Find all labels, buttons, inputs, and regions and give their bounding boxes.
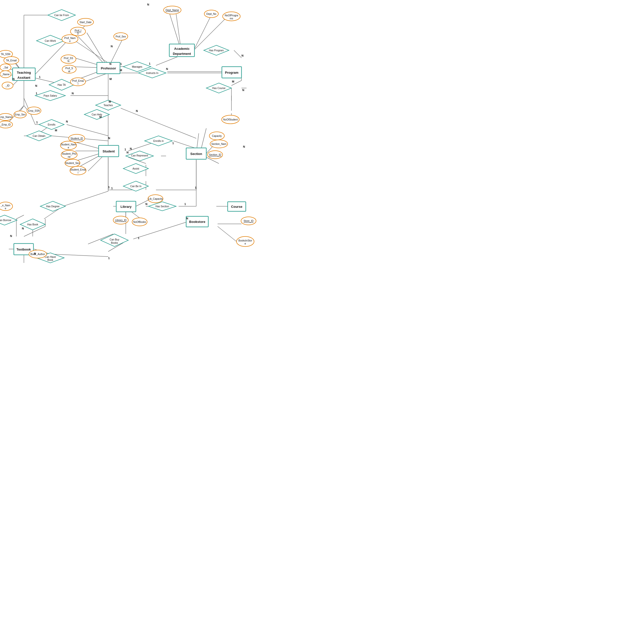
entity-program: Program: [222, 67, 241, 78]
card-n-canbuy-bookstore: N: [186, 217, 188, 220]
entity-student: Student: [99, 145, 119, 157]
entity-academic-department: Academic Department: [169, 44, 194, 57]
svg-text:TA_Email: TA_Email: [6, 59, 17, 62]
relationship-can-borrow: Can Borrow: [0, 215, 17, 225]
relationship-can-be-from: Can be From: [48, 10, 75, 21]
card-1-canrepresent-b: 1: [125, 148, 126, 151]
svg-text:e: e: [5, 207, 6, 210]
svg-text:Book_Author: Book_Author: [30, 253, 45, 256]
relationship-can-obtain: Can Obtain: [26, 131, 52, 141]
svg-text:Can Borrow: Can Borrow: [0, 219, 11, 222]
attr-dept-no: Dept_No: [204, 10, 218, 18]
attr-ta-misc: _ID: [2, 82, 13, 89]
svg-text:Emp_SSN: Emp_SSN: [28, 109, 40, 112]
relationship-enrolls-in: Enrolls in: [145, 136, 172, 146]
card-m-canhelp: M: [99, 115, 102, 118]
svg-text:Prof_Nam: Prof_Nam: [64, 37, 75, 39]
svg-text:Academic: Academic: [174, 47, 189, 51]
svg-text:Student_Emai: Student_Emai: [70, 168, 86, 171]
relationship-can-work: Can Work: [36, 35, 64, 46]
card-n-hassection2: N: [145, 203, 147, 206]
svg-text:Teaching: Teaching: [17, 71, 31, 74]
entity-teaching-assistant: Teaching Assitant: [13, 68, 35, 81]
svg-text:Can Have: Can Have: [45, 256, 56, 258]
card-n-ta-hasta: N: [35, 84, 37, 87]
svg-text:Dept_No: Dept_No: [206, 13, 216, 15]
svg-text:Start_Date: Start_Date: [79, 21, 92, 24]
entity-library: Library: [116, 201, 136, 212]
card-m-hascourse: M: [232, 80, 234, 83]
attr-student-phone: Student_Pho ne: [61, 150, 77, 159]
svg-text:al: al: [68, 70, 70, 73]
svg-text:l: l: [78, 171, 78, 174]
svg-line-41: [121, 108, 196, 138]
card-1-canbe-sec: 1: [195, 186, 196, 189]
attr-books-in-store: BooksInStor e: [236, 236, 254, 247]
relationship-enrolls: Enrolls: [39, 119, 64, 130]
svg-text:Library: Library: [120, 205, 132, 209]
svg-text:Student_Sex: Student_Sex: [65, 162, 79, 165]
svg-text:Assist: Assist: [133, 167, 139, 170]
relationship-has-section: Has Section: [148, 202, 176, 211]
attr-student-name: Student_Nam e: [60, 141, 76, 150]
card-n-canrepresent: N: [127, 151, 129, 154]
entity-bookstore: Bookstore: [186, 216, 208, 227]
svg-text:_Sal: _Sal: [3, 66, 8, 69]
card-n-pays: N: [72, 92, 74, 95]
svg-text:D: D: [77, 32, 79, 35]
svg-text:Prof_SS: Prof_SS: [64, 57, 73, 60]
relationship-has-course: Has Course: [206, 83, 231, 93]
svg-text:Enrolls: Enrolls: [48, 123, 56, 126]
svg-text:e: e: [68, 146, 69, 149]
svg-text:Department: Department: [173, 52, 191, 56]
svg-text:ne: ne: [68, 155, 71, 158]
attr-emp-sex: Emp_Sex: [14, 111, 26, 118]
card-1-manages-b: 1: [120, 62, 122, 65]
svg-line-27: [67, 125, 108, 136]
relationship-can-help: Can Help: [84, 109, 109, 119]
svg-text:Prof_I: Prof_I: [75, 29, 82, 32]
card-m-canobtain: M: [55, 129, 57, 132]
svg-text:Instructs In: Instructs In: [146, 72, 158, 74]
card-n-enrollsin-st: N: [130, 147, 132, 150]
attr-prof-ssn: Prof_SS N: [61, 55, 76, 63]
card-n-teaches-sec: N: [136, 109, 138, 112]
svg-line-58: [201, 128, 206, 148]
svg-text:NoOfStudent: NoOfStudent: [223, 118, 238, 121]
svg-text:Can Work: Can Work: [45, 39, 56, 42]
svg-text:Emp_Sex: Emp_Sex: [15, 113, 25, 116]
card-1-enrolls-ta: 1: [36, 121, 38, 124]
card-n-hascourse2: N: [242, 89, 244, 92]
svg-text:Student: Student: [103, 149, 115, 153]
card-1-hasdegree: 1: [108, 186, 110, 189]
svg-text:Has Degree: Has Degree: [46, 205, 60, 208]
attr-section-name: Section_Nam: [210, 140, 228, 148]
attr-book-author: Book_Author: [29, 250, 47, 258]
card-n-hasbook: N: [22, 227, 24, 230]
svg-text:TA_SSN: TA_SSN: [1, 53, 10, 56]
svg-text:e: e: [245, 242, 246, 245]
svg-text:BooksInStor: BooksInStor: [238, 239, 252, 242]
entity-course: Course: [228, 202, 246, 211]
svg-text:Pays Salary: Pays Salary: [44, 94, 57, 97]
svg-line-86: [16, 215, 24, 219]
svg-text:Manages: Manages: [132, 65, 142, 68]
card-1-canbuytobookstore: 1: [138, 236, 139, 239]
card-m-hastaprof: M: [109, 77, 112, 81]
attr-start-date: Start_Date: [77, 18, 94, 26]
relationship-can-represent: Can Represent: [126, 151, 153, 161]
svg-text:Has Program: Has Program: [209, 49, 224, 52]
svg-text:Has TA: Has TA: [58, 84, 66, 86]
svg-text:Can Represent: Can Represent: [131, 154, 148, 157]
svg-text:Student_ID: Student_ID: [70, 137, 83, 140]
card-1-canbe-st: 1: [111, 187, 113, 190]
card-n-instructs: N: [166, 67, 168, 70]
svg-line-45: [194, 15, 211, 50]
attr-prof-sex: Prof_Sex: [114, 33, 128, 40]
attr-store-id: Store_ID: [241, 217, 256, 225]
svg-text:Course: Course: [231, 205, 243, 209]
card-1-pays-ta: 1: [36, 92, 37, 95]
svg-line-74: [63, 191, 108, 206]
svg-text:Section_ID: Section_ID: [209, 153, 221, 156]
attr-emp-name: Emp_Name: [0, 113, 13, 120]
